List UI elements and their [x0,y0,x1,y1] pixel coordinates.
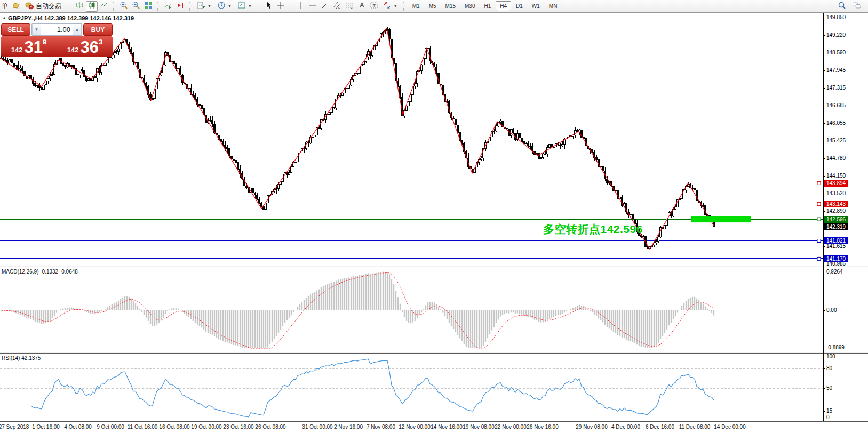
time-axis-label: 26 Oct 08:00 [255,424,285,430]
timeframe-W1[interactable]: W1 [528,1,544,11]
crosshair-icon [276,1,285,11]
chevron-down-icon: ▼ [228,4,232,8]
time-axis-label: 14 Dec 00:00 [714,424,746,430]
vertical-line-button[interactable] [294,1,306,12]
chart-workspace: ▲ GBPJPY-,H4 142.389 142.399 142.146 142… [0,13,868,433]
horizontal-line-button[interactable] [307,1,318,12]
price-tick: 149.850 [826,14,846,21]
sell-price[interactable]: 142 31 9 [1,36,57,57]
time-axis-label: 19 Oct 00:00 [191,424,221,430]
chat-button[interactable] [851,1,863,12]
toolbar: 单 自动交易 ▼ ▼ ▼ [0,0,868,13]
chart-shift-button[interactable] [174,1,186,12]
volume-down-button[interactable]: ▼ [32,24,41,35]
svg-text:T: T [372,3,376,9]
market-icon [12,1,20,11]
indicators-button[interactable]: ▼ [194,1,214,12]
price-tick: 143.520 [826,190,846,197]
time-axis-label: 14 Nov 16:00 [431,424,463,430]
timeframe-M30[interactable]: M30 [460,1,479,11]
timeframe-D1[interactable]: D1 [512,1,527,11]
label-button[interactable]: T [368,1,380,12]
sell-price-sup: 9 [43,38,46,46]
horizontal-line-icon [308,1,317,11]
channel-button[interactable]: E [331,1,343,12]
zoom-out-icon [132,1,140,11]
search-icon [838,1,846,11]
templates-button[interactable]: ▼ [235,1,254,12]
volume-input[interactable] [41,24,73,35]
candlestick-chart-button[interactable] [86,1,98,12]
search-button[interactable] [836,1,848,12]
time-axis-label: 12 Nov 00:00 [399,424,431,430]
toolbar-separator [189,2,192,11]
arrows-button[interactable]: ▼ [380,1,400,12]
time-axis-label: 7 Nov 08:00 [367,424,395,430]
timeframe-M5[interactable]: M5 [425,1,441,11]
price-tick: 147.315 [826,85,846,91]
rsi-plot[interactable] [0,354,823,421]
zoom-out-button[interactable] [130,1,142,12]
volume-stepper: ▼ ▲ [31,23,82,36]
volume-up-button[interactable]: ▲ [73,24,82,35]
tile-windows-button[interactable] [142,1,154,12]
timeframe-H1[interactable]: H1 [480,1,495,11]
toolbar-separator [113,2,116,11]
zoom-in-button[interactable] [118,1,130,12]
trendline-button[interactable] [319,1,331,12]
text-button[interactable]: A [356,1,368,12]
price-tick: 145.425 [826,138,846,144]
chat-icon [852,1,862,11]
line-chart-icon [100,1,108,11]
cursor-button[interactable] [262,1,274,12]
time-axis-label: 6 Dec 16:00 [646,424,674,430]
sell-price-prefix: 142 [11,45,23,55]
rsi-axis-tick: 50 [826,385,832,391]
cursor-icon [264,1,273,11]
time-axis-label: 11 Oct 16:00 [128,424,158,430]
zoom-in-icon [120,1,128,11]
auto-scroll-button[interactable] [162,1,174,12]
buy-price-sup: 3 [99,38,102,46]
time-axis-label: 4 Oct 08:00 [64,424,92,430]
sell-button[interactable]: SELL [1,23,30,36]
svg-text:E: E [338,6,340,10]
chevron-down-icon: ▼ [394,4,397,8]
market-watch-button[interactable] [10,1,22,12]
templates-icon [237,1,246,11]
label-icon: T [370,1,378,11]
time-axis-label: 1 Oct 16:00 [32,424,60,430]
rsi-axis-tick: 0 [826,414,830,421]
price-tick: 144.150 [826,173,846,179]
fibonacci-button[interactable]: F [344,1,355,12]
bar-chart-button[interactable] [74,1,85,12]
price-tick: 146.055 [826,120,846,126]
arrows-icon [383,1,392,11]
autotrade-icon [25,1,34,11]
timeframe-M15[interactable]: M15 [441,1,460,11]
line-chart-button[interactable] [98,1,110,12]
macd-plot[interactable] [0,267,823,352]
time-axis[interactable]: 27 Sep 20181 Oct 16:004 Oct 08:009 Oct 0… [0,421,868,433]
order-button[interactable]: 单 [1,2,10,11]
macd-pane: MACD(12,26,9) -0.1332 -0.0648 0.92640.00… [0,267,868,352]
timeframe-H4[interactable]: H4 [496,1,511,11]
level-price-label: 142.596 [824,216,848,223]
buy-button[interactable]: BUY [83,23,113,36]
time-axis-label: 29 Nov 08:00 [576,424,608,430]
time-axis-label: 31 Oct 00:00 [302,424,332,430]
crosshair-button[interactable] [275,1,286,12]
collapse-trade-panel-arrow[interactable]: ▲ [2,15,6,20]
timeframe-M1[interactable]: M1 [408,1,424,11]
timeframe-MN[interactable]: MN [545,1,562,11]
time-axis-label: 4 Dec 00:00 [611,424,640,430]
fibonacci-icon: F [345,1,354,11]
timeframe-toolbar: M1M5M15M30H1H4D1W1MN [408,1,562,11]
level-price-label: 143.143 [824,201,848,207]
autotrade-button[interactable]: 自动交易 [22,1,66,12]
text-icon: A [357,1,366,11]
rsi-axis-tick: 100 [826,354,835,360]
candlestick-plot[interactable] [0,13,823,266]
buy-price[interactable]: 142 36 3 [57,36,113,57]
periods-button[interactable]: ▼ [214,1,234,12]
